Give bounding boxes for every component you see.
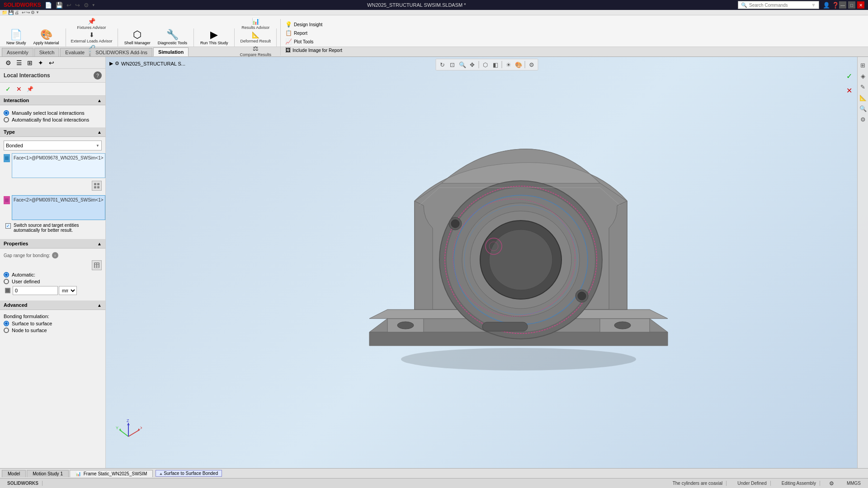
coordinate-axes: X Y Z	[115, 418, 142, 446]
include-image-button[interactable]: 🖼 Include Image for Report	[284, 47, 343, 54]
rt-icon-6[interactable]: ⚙	[859, 115, 868, 124]
save-icon[interactable]: 💾	[8, 10, 14, 15]
cancel-button[interactable]: ✕	[14, 84, 24, 94]
manually-option[interactable]: Manually select local interactions	[4, 110, 102, 116]
maximize-button[interactable]: □	[848, 1, 855, 9]
display-mode-icon[interactable]: ⬡	[481, 60, 490, 69]
help-button[interactable]: ?	[94, 71, 102, 80]
plot-tools-button[interactable]: 📈 Plot Tools	[284, 38, 343, 45]
viewport[interactable]: ↻ ⊡ 🔍 ✥ ⬡ ◧ ☀ 🎨 ⚙ ▶ ⚙ WN2025_STRUCTURAL …	[106, 57, 868, 468]
gap-info-icon[interactable]: i	[52, 252, 58, 258]
face2-box[interactable]: Face<2>@PM009701_WN2025_SWSim<1>	[12, 195, 105, 220]
undo-icon[interactable]: ↩	[22, 10, 25, 15]
appearance-icon[interactable]: 🎨	[514, 60, 523, 69]
tab-addins[interactable]: SOLIDWORKS Add-Ins	[90, 48, 152, 56]
search-dropdown-icon[interactable]: ▼	[811, 2, 816, 8]
deformed-icon: 📐	[252, 31, 259, 38]
search-bar[interactable]: 🔍 ▼	[738, 1, 819, 9]
selection-button[interactable]	[92, 181, 102, 191]
status-gear-icon[interactable]: ⚙	[829, 480, 834, 487]
section-view-icon[interactable]: ◧	[491, 60, 500, 69]
panel-icon-4[interactable]: ✦	[36, 58, 45, 67]
qa-new[interactable]: 📄	[44, 1, 53, 9]
qa-dropdown-arrow[interactable]: ▼	[92, 3, 95, 7]
external-loads-button[interactable]: ⬇ External Loads Advisor	[70, 31, 114, 44]
pin-button[interactable]: 📌	[25, 84, 34, 94]
automatic-option[interactable]: Automatic:	[4, 272, 102, 277]
panel-icon-5[interactable]: ↩	[47, 58, 56, 67]
help-icon[interactable]: ❓	[832, 2, 839, 9]
confirm-button[interactable]: ✓	[4, 84, 13, 94]
automatically-option[interactable]: Automatically find local interactions	[4, 117, 102, 122]
tab-model[interactable]: Model	[2, 470, 26, 477]
view-settings-icon[interactable]: ⚙	[527, 60, 536, 69]
user-defined-option[interactable]: User defined	[4, 279, 102, 284]
search-input[interactable]	[749, 3, 809, 8]
interaction-section-header[interactable]: Interaction ▲	[0, 96, 105, 105]
panel-icon-1[interactable]: ⚙	[4, 58, 13, 67]
automatic-radio[interactable]	[4, 272, 9, 277]
deformed-result-button[interactable]: 📐 Deformed Result	[238, 31, 273, 44]
manually-radio[interactable]	[4, 110, 9, 116]
tab-motion-study[interactable]: Motion Study 1	[27, 470, 69, 477]
pan-icon[interactable]: ✥	[468, 60, 477, 69]
rt-icon-3[interactable]: ✎	[859, 82, 868, 91]
results-advisor-button[interactable]: 📊 Results Advisor	[238, 17, 273, 30]
rt-icon-2[interactable]: ◈	[859, 71, 868, 80]
new-study-button[interactable]: 📄 New Study	[4, 28, 29, 47]
report-button[interactable]: 📋 Report	[284, 29, 343, 37]
tab-assembly[interactable]: Assembly	[2, 48, 33, 56]
type-section-header[interactable]: Type ▲	[0, 127, 105, 137]
viewport-confirm-button[interactable]: ✓	[844, 70, 854, 81]
viewport-cancel-button[interactable]: ✕	[844, 85, 854, 96]
switch-checkbox[interactable]	[5, 223, 11, 229]
qa-settings[interactable]: ⚙	[83, 1, 90, 9]
automatically-radio[interactable]	[4, 117, 9, 122]
advanced-section-header[interactable]: Advanced ▲	[0, 300, 105, 310]
calc-button[interactable]	[92, 260, 102, 270]
panel-icon-2[interactable]: ☰	[14, 58, 24, 67]
qa-redo[interactable]: ↪	[74, 1, 81, 9]
bonded-dropdown[interactable]: Bonded ▼	[4, 141, 102, 150]
unit-select[interactable]: mm in cm	[59, 286, 77, 295]
rotate-icon[interactable]: ↻	[438, 60, 447, 69]
qa-undo[interactable]: ↩	[66, 1, 72, 9]
print-icon[interactable]: 🖨	[14, 10, 19, 15]
node-to-surface-option[interactable]: Node to surface	[4, 328, 102, 333]
redo-icon[interactable]: ↪	[26, 10, 30, 15]
compare-results-button[interactable]: ⚖ Compare Results	[238, 44, 273, 57]
node-to-surface-radio[interactable]	[4, 328, 9, 333]
qa-save[interactable]: 💾	[55, 1, 64, 9]
gear-icon[interactable]: ⚙	[31, 10, 35, 15]
properties-section-header[interactable]: Properties ▲	[0, 239, 105, 249]
fixtures-advisor-button[interactable]: 📌 Fixtures Advisor	[70, 17, 114, 30]
lighting-icon[interactable]: ☀	[504, 60, 513, 69]
diagnostic-tools-button[interactable]: 🔧 Diagnostic Tools	[155, 28, 190, 47]
design-insight-button[interactable]: 💡 Design Insight	[284, 21, 343, 28]
run-study-button[interactable]: ▶ Run This Study	[198, 28, 231, 47]
view-orientation-icon[interactable]: ⊡	[448, 60, 457, 69]
close-button[interactable]: ✕	[857, 1, 864, 9]
minimize-button[interactable]: —	[839, 1, 846, 9]
shell-manager-button[interactable]: ⬡ Shell Manager	[122, 28, 153, 47]
surface-to-surface-radio[interactable]	[4, 321, 9, 326]
tab-sketch[interactable]: Sketch	[34, 48, 60, 56]
include-image-icon: 🖼	[285, 47, 291, 53]
zoom-icon[interactable]: 🔍	[458, 60, 467, 69]
user-defined-radio[interactable]	[4, 279, 9, 284]
value-input[interactable]	[13, 286, 58, 295]
rt-icon-4[interactable]: 📐	[859, 93, 868, 102]
file-icon[interactable]: 📁	[2, 10, 7, 15]
surface-to-surface-option[interactable]: Surface to surface	[4, 321, 102, 326]
gap-range-row: Gap range for bonding: i	[4, 252, 102, 258]
rt-icon-5[interactable]: 🔍	[859, 104, 868, 113]
user-icon[interactable]: 👤	[823, 2, 830, 9]
rt-icon-1[interactable]: ⊞	[859, 61, 868, 70]
tab-frame-static[interactable]: 📊 Frame Static_WN2025_SWSIM	[70, 470, 153, 477]
tab-evaluate[interactable]: Evaluate	[60, 48, 90, 56]
apply-material-button[interactable]: 🎨 Apply Material	[31, 28, 62, 47]
face1-box[interactable]: Face<1>@PM009678_WN2025_SWSim<1>	[12, 153, 105, 178]
panel-icon-3[interactable]: ⊞	[25, 58, 34, 67]
tab-simulation[interactable]: Simulation	[153, 47, 189, 56]
ribbon-dropdown-arrow[interactable]: ▼	[36, 10, 39, 14]
